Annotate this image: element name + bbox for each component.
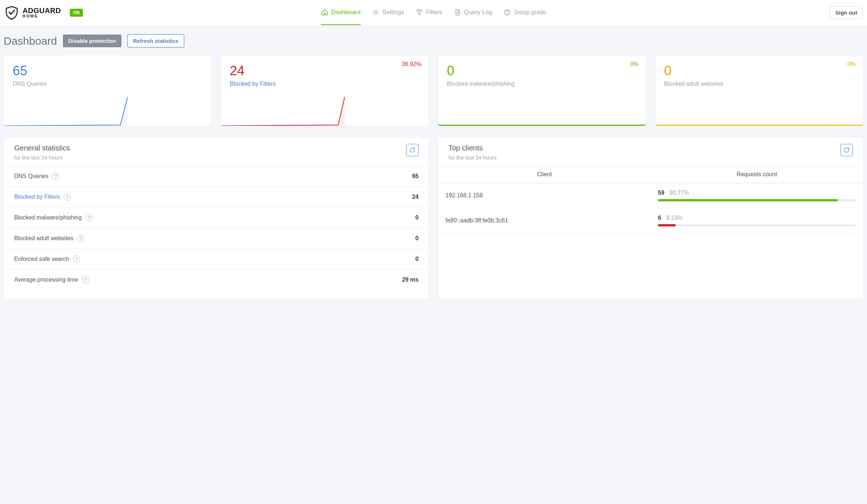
panels: General statistics for the last 24 hours…: [0, 126, 867, 303]
stat-label: Average processing time?: [14, 276, 89, 283]
card-pct: 36.92%: [402, 61, 421, 68]
requests-cell: 69.23%: [651, 208, 863, 233]
progress-bar: [658, 224, 856, 226]
logo[interactable]: ADGUARD HOME: [4, 5, 61, 20]
col-requests[interactable]: Requests count: [651, 166, 863, 183]
blocked-adult-card[interactable]: 0% 0 Blocked adult websites: [655, 55, 863, 126]
shield-icon: [4, 5, 19, 20]
status-badge[interactable]: ON: [70, 9, 83, 17]
stat-label: Blocked malware/phishing?: [14, 214, 93, 221]
requests-pct: 9.23%: [666, 215, 683, 221]
nav-label: Dashboard: [331, 9, 361, 16]
stat-value: 0: [415, 214, 419, 221]
nav-dashboard[interactable]: Dashboard: [321, 0, 361, 25]
card-pct: 0%: [630, 61, 639, 68]
sparkline: [4, 97, 128, 126]
nav-label: Query Log: [464, 9, 492, 16]
stat-label: Enforced safe search?: [14, 255, 80, 263]
stat-row: Average processing time?29 ms: [4, 270, 429, 290]
help-icon[interactable]: ?: [85, 214, 93, 221]
header: ADGUARD HOME ON Dashboard Settings Filte…: [0, 0, 867, 25]
nav-filters[interactable]: Filters: [416, 0, 442, 25]
brand-name: ADGUARD: [23, 7, 61, 14]
nav-settings[interactable]: Settings: [372, 0, 404, 25]
refresh-panel-button[interactable]: [406, 144, 419, 156]
card-label: Blocked malware/phishing: [447, 81, 637, 87]
nav-querylog[interactable]: Query Log: [454, 0, 492, 25]
stat-row: Blocked malware/phishing?0: [4, 207, 429, 228]
card-value: 65: [13, 63, 203, 78]
progress-bar: [658, 199, 856, 201]
client-cell[interactable]: 192.168.1.159: [438, 183, 651, 208]
help-icon[interactable]: ?: [64, 193, 71, 201]
panel-title: General statistics: [14, 144, 70, 152]
brand-sub: HOME: [23, 14, 61, 18]
help-icon[interactable]: ?: [82, 276, 89, 283]
general-statistics-panel: General statistics for the last 24 hours…: [4, 137, 429, 299]
svg-marker-4: [221, 97, 345, 126]
table-row: 192.168.1.1595990.77%: [438, 183, 863, 208]
disable-protection-button[interactable]: Disable protection: [63, 35, 121, 47]
blocked-filters-card[interactable]: 36.92% 24 Blocked by Filters: [221, 55, 429, 126]
requests-cell: 5990.77%: [651, 183, 863, 208]
page-head: Dashboard Disable protection Refresh sta…: [0, 25, 867, 55]
svg-point-0: [375, 11, 377, 13]
panel-subtitle: for the last 24 hours: [14, 154, 70, 161]
table-row: [438, 255, 863, 277]
table-row: [438, 233, 863, 255]
help-icon[interactable]: ?: [77, 235, 84, 242]
refresh-statistics-button[interactable]: Refresh statistics: [127, 34, 184, 48]
nav-label: Settings: [383, 9, 404, 16]
card-label: Blocked adult websites: [664, 81, 854, 87]
progress-fill: [658, 199, 838, 201]
stat-value: 0: [415, 235, 419, 242]
nav-setupguide[interactable]: Setup guide: [504, 0, 546, 25]
help-icon[interactable]: ?: [73, 255, 80, 263]
page-title: Dashboard: [4, 35, 57, 47]
requests-pct: 90.77%: [670, 190, 689, 196]
top-clients-panel: Top clients for the last 24 hours Client…: [438, 137, 863, 299]
stat-row: Blocked by Filters?24: [4, 187, 429, 207]
stat-row: DNS Queries?65: [4, 166, 429, 187]
table-row: [438, 277, 863, 299]
stat-value: 24: [412, 194, 419, 200]
panel-title: Top clients: [448, 144, 497, 152]
home-icon: [321, 9, 328, 16]
svg-point-2: [507, 13, 508, 14]
dns-queries-card[interactable]: 65 DNS Queries: [4, 55, 212, 126]
col-client[interactable]: Client: [438, 166, 651, 183]
card-label: Blocked by Filters: [230, 81, 420, 87]
card-underline: [655, 125, 863, 126]
card-pct: 0%: [847, 61, 856, 68]
progress-fill: [658, 224, 676, 226]
help-icon[interactable]: ?: [52, 173, 59, 180]
client-cell[interactable]: fe80::aadb:3ff:fe0b:3c61: [438, 208, 651, 233]
signout-button[interactable]: Sign out: [830, 6, 863, 19]
gear-icon: [372, 9, 380, 16]
table-row: fe80::aadb:3ff:fe0b:3c6169.23%: [438, 208, 863, 233]
card-value: 24: [230, 63, 420, 78]
table-header: Client Requests count: [438, 166, 863, 183]
stat-row: Enforced safe search?0: [4, 249, 429, 270]
sparkline: [221, 97, 345, 126]
card-underline: [438, 125, 646, 126]
stat-row: Blocked adult websites?0: [4, 228, 429, 249]
nav: Dashboard Settings Filters Query Log Set…: [321, 0, 546, 25]
logo-wrap: ADGUARD HOME ON: [4, 5, 83, 20]
nav-label: Filters: [426, 9, 442, 16]
card-value: 0: [664, 63, 854, 78]
refresh-panel-button[interactable]: [840, 144, 853, 156]
card-value: 0: [447, 63, 637, 78]
stat-value: 65: [412, 173, 419, 180]
document-icon: [454, 9, 461, 16]
help-circle-icon: [504, 9, 511, 16]
refresh-icon: [844, 147, 850, 153]
stat-label: Blocked adult websites?: [14, 235, 84, 242]
stat-label[interactable]: Blocked by Filters?: [14, 193, 71, 201]
panel-subtitle: for the last 24 hours: [448, 154, 497, 161]
stat-label: DNS Queries?: [14, 173, 59, 180]
requests-count: 59: [658, 190, 664, 196]
filter-icon: [416, 9, 423, 16]
card-label: DNS Queries: [13, 81, 203, 87]
blocked-malware-card[interactable]: 0% 0 Blocked malware/phishing: [438, 55, 646, 126]
